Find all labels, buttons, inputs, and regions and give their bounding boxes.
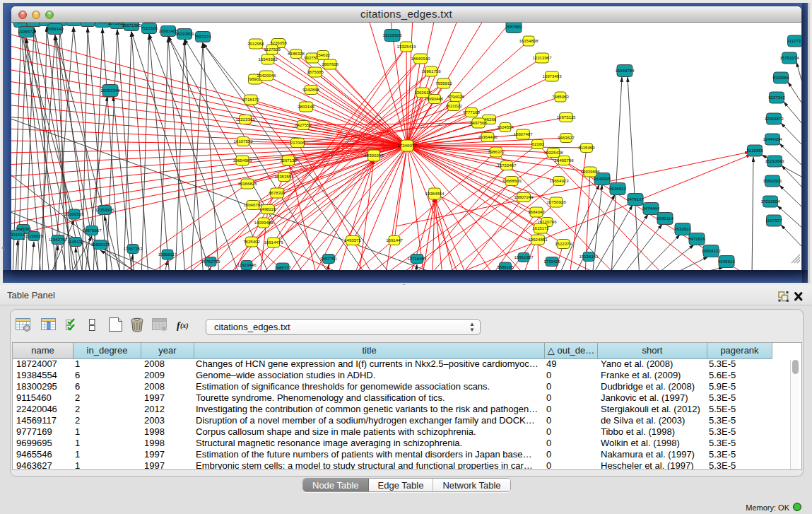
- svg-text:2867608: 2867608: [322, 62, 339, 66]
- svg-text:16914479: 16914479: [264, 240, 283, 245]
- svg-text:1362615: 1362615: [414, 90, 431, 95]
- svg-text:9777169: 9777169: [463, 110, 480, 115]
- svg-text:1615172: 1615172: [532, 226, 549, 230]
- svg-text:154632: 154632: [316, 52, 331, 57]
- svg-text:1112731: 1112731: [787, 38, 801, 43]
- svg-text:9474444: 9474444: [642, 206, 659, 211]
- svg-text:6794028: 6794028: [447, 94, 464, 99]
- svg-text:19654923: 19654923: [549, 178, 569, 183]
- svg-text:1498222: 1498222: [259, 206, 276, 211]
- svg-text:16648784: 16648784: [615, 68, 635, 73]
- svg-text:20053346: 20053346: [100, 88, 120, 93]
- svg-text:3267130: 3267130: [280, 158, 297, 163]
- svg-text:2069140: 2069140: [47, 26, 64, 31]
- svg-text:7515526: 7515526: [141, 25, 158, 30]
- svg-text:3912954: 3912954: [247, 41, 264, 46]
- svg-text:9242848: 9242848: [302, 87, 319, 92]
- svg-text:2718170: 2718170: [242, 97, 259, 102]
- svg-text:17016504: 17016504: [760, 199, 780, 204]
- svg-text:11156829: 11156829: [25, 233, 44, 238]
- svg-text:1493575: 1493575: [344, 238, 361, 243]
- svg-text:12444154: 12444154: [763, 136, 782, 141]
- svg-text:16154808: 16154808: [519, 38, 539, 43]
- svg-text:7986372: 7986372: [488, 149, 505, 154]
- svg-text:12359936: 12359936: [95, 207, 114, 212]
- svg-text:9115460: 9115460: [578, 145, 595, 150]
- svg-text:9329966: 9329966: [772, 75, 789, 80]
- svg-text:15692901: 15692901: [763, 178, 782, 183]
- svg-text:8427552: 8427552: [295, 122, 312, 127]
- svg-text:1985777: 1985777: [274, 265, 291, 270]
- svg-text:391511: 391511: [11, 232, 25, 237]
- svg-text:16210643: 16210643: [765, 158, 784, 163]
- svg-text:10939695: 10939695: [580, 169, 600, 174]
- svg-text:6497568: 6497568: [470, 120, 487, 125]
- svg-text:2935114: 2935114: [657, 216, 673, 221]
- svg-text:19671385: 19671385: [122, 23, 141, 28]
- svg-text:17240077: 17240077: [397, 143, 417, 148]
- svg-text:8938923: 8938923: [609, 186, 626, 191]
- svg-text:62160: 62160: [532, 141, 545, 146]
- svg-text:1640995: 1640995: [594, 176, 611, 181]
- svg-text:12505135: 12505135: [90, 242, 110, 247]
- svg-text:16107552: 16107552: [233, 139, 253, 144]
- svg-text:3624554: 3624554: [497, 124, 514, 129]
- svg-text:12353594: 12353594: [274, 174, 294, 179]
- svg-text:13218506: 13218506: [382, 33, 402, 37]
- svg-text:20206526: 20206526: [64, 211, 84, 216]
- svg-text:12213363: 12213363: [235, 117, 255, 122]
- svg-text:7557274: 7557274: [194, 34, 211, 39]
- svg-text:16961758: 16961758: [421, 69, 441, 74]
- svg-text:23420046: 23420046: [257, 73, 276, 78]
- svg-text:7485063: 7485063: [552, 94, 569, 99]
- svg-text:8990448: 8990448: [426, 96, 443, 101]
- svg-text:12975115: 12975115: [557, 115, 576, 119]
- svg-text:217006: 217006: [290, 140, 305, 145]
- svg-text:9457751: 9457751: [320, 256, 337, 261]
- svg-text:7955812: 7955812: [435, 81, 452, 86]
- svg-text:8678332: 8678332: [269, 190, 286, 195]
- svg-text:10958117: 10958117: [158, 252, 177, 257]
- svg-text:15136141: 15136141: [579, 254, 599, 259]
- svg-text:19384554: 19384554: [425, 191, 445, 196]
- svg-text:19654983: 19654983: [233, 158, 252, 163]
- svg-text:1886195: 1886195: [497, 264, 514, 269]
- svg-text:1145131: 1145131: [67, 239, 84, 244]
- svg-text:13716485: 13716485: [407, 256, 427, 261]
- svg-text:18640910: 18640910: [411, 56, 430, 61]
- svg-text:1691447: 1691447: [386, 238, 403, 243]
- svg-text:10756928: 10756928: [546, 199, 566, 204]
- svg-text:9463627: 9463627: [558, 135, 575, 140]
- svg-text:20364436: 20364436: [478, 134, 498, 139]
- svg-text:19524851: 19524851: [528, 237, 548, 242]
- svg-text:(x): (x): [180, 322, 189, 330]
- svg-text:10025438: 10025438: [543, 150, 563, 155]
- svg-text:9127509: 9127509: [264, 47, 281, 52]
- svg-text:19166825: 19166825: [237, 181, 257, 186]
- svg-text:10807487: 10807487: [513, 132, 533, 136]
- svg-text:10688609: 10688609: [502, 178, 522, 183]
- svg-text:15720407: 15720407: [497, 163, 517, 168]
- svg-text:7632621: 7632621: [674, 226, 691, 231]
- svg-text:16033809: 16033809: [175, 31, 194, 36]
- svg-text:16782759: 16782759: [201, 259, 220, 264]
- svg-text:12923446: 12923446: [237, 262, 257, 267]
- svg-text:3875685: 3875685: [307, 69, 324, 74]
- svg-text:2803144: 2803144: [298, 104, 314, 109]
- svg-text:3215955: 3215955: [746, 148, 763, 153]
- svg-text:1905572: 1905572: [18, 29, 35, 34]
- svg-text:18807249: 18807249: [514, 194, 534, 199]
- svg-text:6479197: 6479197: [627, 197, 644, 201]
- svg-text:18961957: 18961957: [514, 255, 534, 259]
- svg-text:7625402: 7625402: [243, 239, 260, 244]
- svg-text:10975867: 10975867: [82, 228, 102, 233]
- svg-text:14099489: 14099489: [254, 220, 273, 225]
- svg-text:16543382: 16543382: [258, 57, 278, 62]
- svg-text:9227342: 9227342: [768, 95, 785, 100]
- svg-text:12093873: 12093873: [764, 116, 784, 121]
- svg-text:1167537: 1167537: [765, 218, 782, 223]
- svg-text:12213967: 12213967: [532, 55, 552, 60]
- svg-text:10973493: 10973493: [542, 74, 562, 78]
- svg-text:11942757: 11942757: [49, 237, 68, 242]
- svg-text:8186328: 8186328: [288, 51, 305, 56]
